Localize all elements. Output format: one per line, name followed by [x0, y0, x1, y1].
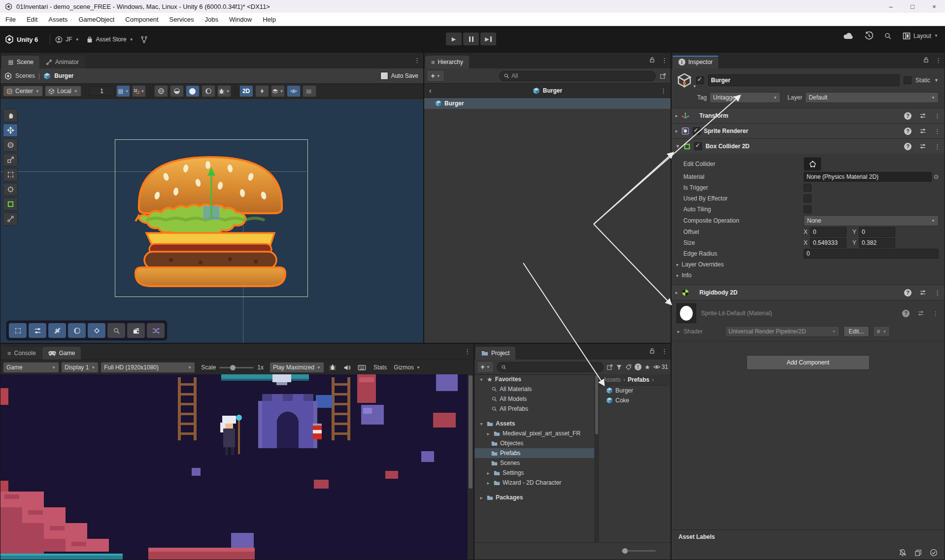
gameobject-icon[interactable]: ▾ [676, 72, 692, 88]
tab-hierarchy[interactable]: ≡ Hierarchy [425, 56, 469, 68]
edge-radius-field[interactable]: 0 [804, 249, 939, 259]
info-foldout[interactable]: Info [682, 272, 802, 279]
breadcrumb-scenes[interactable]: Scenes [15, 72, 35, 79]
active-checkbox[interactable] [696, 76, 704, 84]
tree-folder-wizard[interactable]: ▸ Wizard - 2D Character [474, 478, 594, 488]
kebab-icon[interactable]: ⋮ [934, 143, 941, 150]
auto-save-checkbox[interactable] [380, 72, 388, 80]
search-popout-icon[interactable] [660, 73, 666, 79]
game-view-dropdown[interactable]: Game▼ [3, 362, 59, 373]
zoom-slider-thumb[interactable] [622, 548, 628, 554]
menu-jobs[interactable]: Jobs [199, 13, 223, 26]
is-trigger-checkbox[interactable] [804, 184, 811, 192]
project-add-button[interactable]: +▼ [477, 361, 494, 373]
resolution-dropdown[interactable]: Full HD (1920x1080)▼ [101, 362, 195, 373]
object-picker-icon[interactable]: ⊙ [934, 173, 939, 180]
tab-project[interactable]: Project [475, 347, 515, 360]
pivot-dropdown[interactable]: Center▼ [3, 86, 43, 97]
tree-packages[interactable]: ▸ Packages [474, 493, 594, 502]
preset-icon[interactable] [919, 128, 926, 134]
foldout-icon[interactable]: ▸ [675, 290, 678, 295]
rect-tool[interactable] [3, 168, 18, 181]
enabled-checkbox[interactable] [693, 127, 701, 135]
notifications-muted-icon[interactable] [899, 549, 907, 557]
prefab-root-name[interactable]: Burger [543, 87, 562, 94]
auto-tiling-checkbox[interactable] [804, 205, 811, 213]
filter-label-icon[interactable] [625, 364, 632, 370]
breadcrumb-current[interactable]: Burger [54, 72, 73, 79]
preset-icon[interactable] [919, 112, 926, 119]
prefab-kebab-icon[interactable]: ⋮ [660, 87, 667, 95]
transform-tool[interactable] [3, 183, 18, 196]
gameobject-name-field[interactable]: Burger [708, 74, 900, 86]
menu-edit[interactable]: Edit [21, 13, 43, 26]
help-icon[interactable]: ? [904, 128, 911, 135]
scale-slider[interactable]: Scale 1x [201, 364, 264, 371]
overlay-sphere-button[interactable] [68, 323, 86, 338]
orientation-dropdown[interactable]: Local▼ [45, 86, 81, 97]
collider-edit-tool[interactable] [3, 198, 18, 211]
prefab-back-icon[interactable]: ‹ [424, 87, 437, 95]
filter-type-icon[interactable] [616, 364, 622, 370]
gizmos-dropdown[interactable]: Gizmos▼ [392, 364, 422, 371]
grid-visibility-button[interactable]: ▼ [116, 85, 130, 97]
hand-tool[interactable] [3, 109, 18, 122]
tree-folder-medieval[interactable]: ▸ Medieval_pixel_art_asset_FR [474, 428, 594, 438]
tree-assets[interactable]: ▾ Assets [474, 419, 594, 428]
edit-collider-button[interactable] [804, 157, 821, 171]
search-popout-icon[interactable] [607, 364, 613, 370]
minimize-button[interactable]: – [880, 0, 902, 13]
shader-dropdown[interactable]: Universal Render Pipeline/2D▼ [725, 326, 840, 337]
cache-layers-icon[interactable] [914, 549, 922, 557]
input-debug-button[interactable] [356, 362, 369, 373]
menu-component[interactable]: Component [120, 13, 164, 26]
size-y-field[interactable]: 0.382 [859, 238, 895, 248]
offset-y-field[interactable]: 0 [859, 227, 895, 237]
help-icon[interactable]: ? [904, 143, 911, 150]
file-burger[interactable]: Burger [599, 386, 670, 395]
menu-help[interactable]: Help [257, 13, 281, 26]
menu-gameobject[interactable]: GameObject [73, 13, 120, 26]
project-scrollbar-thumb[interactable] [595, 375, 598, 434]
composite-operation-dropdown[interactable]: None▼ [804, 215, 939, 226]
hierarchy-kebab-icon[interactable]: ⋮ [661, 57, 668, 64]
layers-visibility-dropdown[interactable]: ▼ [271, 85, 285, 97]
overlay-shuffle-button[interactable] [147, 323, 165, 338]
project-split-scrollbar[interactable] [594, 374, 599, 543]
shader-edit-button[interactable]: Edit... [844, 326, 870, 337]
tab-scene[interactable]: Scene [1, 56, 39, 68]
component-rigidbody[interactable]: ▸ Rigidbody 2D ? ⋮ [672, 285, 945, 300]
tree-folder-scenes[interactable]: Scenes [474, 458, 594, 468]
tree-folder-objectes[interactable]: Objectes [474, 438, 594, 448]
mute-audio-button[interactable] [341, 362, 354, 373]
shader-list-button[interactable]: ≡▼ [873, 326, 890, 337]
static-dropdown-icon[interactable]: ▼ [934, 78, 939, 83]
play-button[interactable]: ▶ [446, 33, 462, 45]
material-object-field[interactable]: None (Physics Material 2D) [804, 172, 932, 182]
breadcrumb-prefabs[interactable]: Prefabs [628, 376, 649, 383]
component-sprite-renderer[interactable]: ▸ Sprite Renderer ? ⋮ [672, 123, 945, 138]
menu-services[interactable]: Services [164, 13, 200, 26]
project-kebab-icon[interactable]: ⋮ [661, 348, 668, 355]
overlay-particles-button[interactable] [88, 323, 105, 338]
progress-check-icon[interactable] [930, 549, 938, 557]
static-checkbox[interactable] [904, 76, 911, 84]
material-thumbnail[interactable] [676, 303, 696, 323]
scale-slider-thumb[interactable] [230, 365, 236, 370]
inspector-kebab-icon[interactable]: ⋮ [935, 57, 942, 64]
foldout-icon[interactable]: ▸ [675, 129, 678, 133]
move-tool[interactable] [3, 124, 18, 137]
kebab-icon[interactable]: ⋮ [932, 310, 939, 317]
thumbnail-zoom-slider[interactable] [621, 550, 656, 552]
menu-file[interactable]: File [0, 13, 21, 26]
favorites-filter-icon[interactable]: ★ [644, 363, 650, 371]
display-dropdown[interactable]: Display 1▼ [61, 362, 99, 373]
gizmo-flash-button[interactable] [255, 85, 269, 97]
scene-viewport[interactable] [0, 100, 423, 343]
scene-kebab-icon[interactable]: ⋮ [414, 57, 420, 64]
overlay-rect-button[interactable] [9, 323, 27, 338]
grid-snap-button[interactable]: ▼ [132, 85, 146, 97]
layout-dropdown[interactable]: Layout▼ [903, 32, 938, 40]
kebab-icon[interactable]: ⋮ [934, 128, 941, 135]
offset-x-field[interactable]: 0 [810, 227, 846, 237]
